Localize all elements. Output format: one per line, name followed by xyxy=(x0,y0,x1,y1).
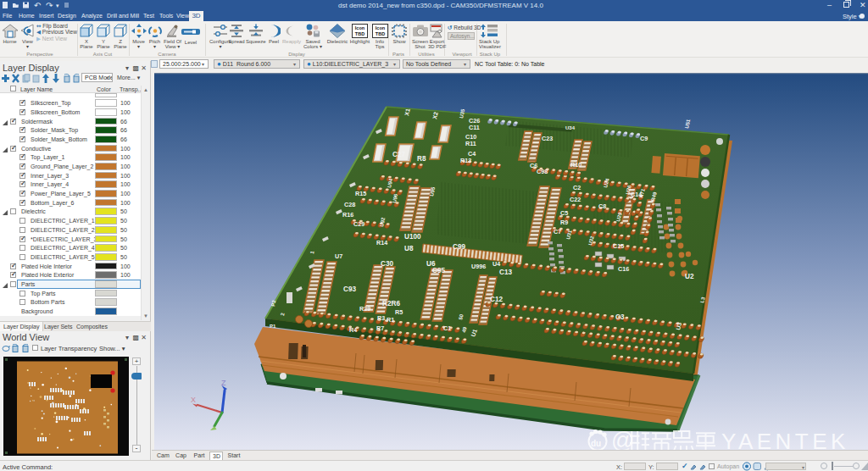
svg-text:C5: C5 xyxy=(560,209,568,217)
svg-text:C95: C95 xyxy=(432,267,445,274)
svg-text:C99: C99 xyxy=(453,243,465,251)
svg-text:C22: C22 xyxy=(570,196,581,203)
svg-text:C11: C11 xyxy=(469,124,480,131)
svg-text:C30: C30 xyxy=(381,260,393,268)
svg-text:TBD: TBD xyxy=(375,31,384,36)
svg-text:R5: R5 xyxy=(395,308,403,316)
svg-text:C3: C3 xyxy=(615,313,625,321)
svg-text:U996: U996 xyxy=(471,263,486,270)
svg-text:C23: C23 xyxy=(542,135,553,142)
svg-text:R7: R7 xyxy=(376,324,384,332)
svg-text:R3: R3 xyxy=(377,314,385,322)
svg-text:du: du xyxy=(591,439,601,448)
svg-text:C98: C98 xyxy=(537,168,548,175)
svg-text:C8: C8 xyxy=(598,202,606,210)
svg-text:U2: U2 xyxy=(685,273,694,280)
svg-text:X: X xyxy=(191,396,196,404)
svg-text:R8: R8 xyxy=(417,155,426,163)
svg-text:R14: R14 xyxy=(376,239,387,247)
svg-text:U100: U100 xyxy=(404,233,421,241)
svg-text:Icon: Icon xyxy=(355,25,365,30)
svg-text:C13: C13 xyxy=(499,269,512,276)
svg-text:R11: R11 xyxy=(465,140,476,147)
svg-text:R29: R29 xyxy=(359,305,370,313)
svg-text:Z: Z xyxy=(221,379,226,387)
svg-text:R13: R13 xyxy=(460,157,471,164)
svg-text:C2: C2 xyxy=(573,184,581,191)
svg-text:C29: C29 xyxy=(353,220,364,228)
svg-text:C28: C28 xyxy=(344,201,355,208)
svg-text:U8: U8 xyxy=(404,245,414,252)
svg-text:R2R6: R2R6 xyxy=(382,300,400,308)
svg-text:U4: U4 xyxy=(492,260,500,268)
svg-text:R16: R16 xyxy=(342,211,353,219)
svg-text:C9: C9 xyxy=(640,135,648,142)
svg-text:YAENTEK: YAENTEK xyxy=(721,429,849,450)
svg-text:U34: U34 xyxy=(565,125,576,130)
svg-text:R15: R15 xyxy=(355,190,366,197)
svg-text:R4: R4 xyxy=(349,326,357,334)
svg-text:C93: C93 xyxy=(343,285,356,293)
svg-text:C27: C27 xyxy=(392,151,405,158)
svg-text:P1: P1 xyxy=(270,324,276,329)
svg-text:@: @ xyxy=(611,428,634,450)
svg-text:C15: C15 xyxy=(613,242,624,250)
svg-text:C16: C16 xyxy=(618,265,629,273)
svg-text:U7: U7 xyxy=(335,252,342,260)
svg-text:R10: R10 xyxy=(570,161,581,169)
svg-text:R1: R1 xyxy=(387,316,394,324)
svg-text:Icon: Icon xyxy=(375,25,385,30)
svg-text:C7: C7 xyxy=(554,228,561,236)
svg-text:R9: R9 xyxy=(560,219,568,226)
svg-text:TBD: TBD xyxy=(355,31,364,36)
svg-text:C1: C1 xyxy=(443,324,451,332)
svg-text:C12: C12 xyxy=(490,296,503,303)
